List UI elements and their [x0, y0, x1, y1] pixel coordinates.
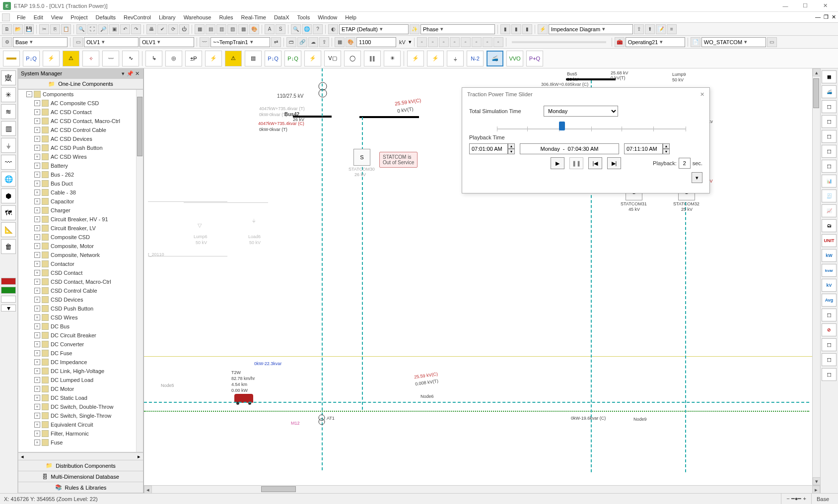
- diagram-combo[interactable]: Impedance Diagram▾: [549, 24, 633, 34]
- preset1-icon[interactable]: ▭: [73, 37, 83, 47]
- hscroll-thumb[interactable]: [261, 486, 296, 492]
- table-icon[interactable]: ▦: [195, 24, 205, 34]
- mode-combo[interactable]: Phase▾: [420, 24, 495, 34]
- minimize-button[interactable]: —: [775, 0, 795, 11]
- rtool-4-icon[interactable]: ⬚: [822, 145, 837, 158]
- menu-window[interactable]: Window: [314, 13, 341, 21]
- warning2-icon[interactable]: ⚠: [225, 51, 242, 66]
- paste-icon[interactable]: 📋: [61, 24, 71, 34]
- circle-icon[interactable]: ◯: [344, 51, 361, 66]
- curve-icon[interactable]: ↳: [145, 51, 162, 66]
- end-time-value[interactable]: [624, 143, 663, 154]
- start-time-down-icon[interactable]: ▼: [508, 149, 515, 154]
- redo-icon[interactable]: ↷: [131, 24, 141, 34]
- tree-item[interactable]: +AC CSD Contact: [34, 108, 143, 117]
- tree-item[interactable]: +Composite, Motor: [34, 242, 143, 251]
- tree-item[interactable]: +CSD Wires: [34, 313, 143, 322]
- palette1-icon[interactable]: ▮: [500, 24, 510, 34]
- preset1-combo[interactable]: OLV1▾: [84, 37, 139, 47]
- tree-item[interactable]: +Circuit Breaker, LV: [34, 224, 143, 233]
- time-slider-track[interactable]: [497, 120, 686, 131]
- tool-globe-icon[interactable]: 🌐: [1, 172, 16, 187]
- grid3-icon[interactable]: ▦: [335, 37, 345, 47]
- ground-icon[interactable]: ⏚: [447, 51, 464, 66]
- menu-edit[interactable]: Edit: [30, 13, 47, 21]
- new-icon[interactable]: 🗎: [2, 24, 12, 34]
- tree-scrollbar-thumb[interactable]: [137, 97, 142, 156]
- menu-file[interactable]: File: [13, 13, 30, 21]
- undo-icon[interactable]: ↶: [120, 24, 130, 34]
- palette2-icon[interactable]: ▮: [511, 24, 521, 34]
- bolt-icon[interactable]: ⚡: [304, 51, 321, 66]
- layers-icon[interactable]: ≡: [667, 24, 677, 34]
- tree-root[interactable]: −Components: [26, 90, 143, 99]
- cloud-icon[interactable]: ☁: [308, 37, 318, 47]
- menu-defaults[interactable]: Defaults: [92, 13, 120, 21]
- breaker-icon[interactable]: ⟡: [82, 51, 99, 66]
- vscroll-up-icon[interactable]: ▴: [813, 68, 820, 76]
- tree-item[interactable]: +DC Converter: [34, 340, 143, 349]
- wave2-icon[interactable]: ∿: [122, 51, 139, 66]
- loadflow-icon[interactable]: P↓Q: [23, 51, 40, 66]
- color-icon[interactable]: 🎨: [249, 24, 259, 34]
- tree-item[interactable]: +DC Motor: [34, 384, 143, 393]
- rtool-5-icon[interactable]: ⬚: [822, 160, 837, 173]
- gray-dots-icon[interactable]: [1, 296, 16, 303]
- start-time-up-icon[interactable]: ▲: [508, 143, 515, 149]
- print-icon[interactable]: 🖶: [146, 24, 156, 34]
- unit-toggle[interactable]: UNIT: [822, 234, 837, 247]
- section-mddb[interactable]: 🗄Multi-Dimensional Database: [18, 471, 143, 482]
- c8-icon[interactable]: ▫: [493, 37, 503, 47]
- tree-item[interactable]: +AC CSD Push Button: [34, 143, 143, 152]
- rtool-8-icon[interactable]: ⬚: [822, 309, 837, 321]
- tree-item[interactable]: +Equivalent Circuit: [34, 420, 143, 429]
- grid-icon[interactable]: ▤: [206, 24, 215, 34]
- preset2-combo[interactable]: OLV1▾: [140, 37, 194, 47]
- rtool-10-icon[interactable]: ⬚: [822, 353, 837, 366]
- tree-item[interactable]: +CSD Control Cable: [34, 286, 143, 295]
- pause-button[interactable]: ❚❚: [569, 157, 583, 169]
- tree-item[interactable]: +Cable - 38: [34, 188, 143, 197]
- theme2-icon[interactable]: 🎨: [346, 37, 355, 47]
- menu-help[interactable]: Help: [341, 13, 360, 21]
- hscroll-right-icon[interactable]: ▸: [812, 486, 820, 493]
- zoom-in-icon[interactable]: 🔍: [76, 24, 86, 34]
- menu-library[interactable]: Library: [155, 13, 180, 21]
- menu-realtime[interactable]: Real-Time: [237, 13, 270, 21]
- tree-item[interactable]: +AC CSD Devices: [34, 134, 143, 143]
- time-slider-titlebar[interactable]: Traction Power Time Slider ✕: [462, 88, 709, 101]
- tree-item[interactable]: +Composite, Network: [34, 251, 143, 259]
- menu-rules[interactable]: Rules: [215, 13, 237, 21]
- tool-ruler-icon[interactable]: 📐: [1, 222, 16, 237]
- mdi-minimize-icon[interactable]: —: [815, 14, 821, 20]
- section-distribution[interactable]: 📁Distribution Components: [18, 460, 143, 471]
- c1-icon[interactable]: ▫: [417, 37, 427, 47]
- tool-star-icon[interactable]: ✳: [1, 87, 16, 102]
- menu-revcontrol[interactable]: RevControl: [120, 13, 155, 21]
- base-combo[interactable]: Base▾: [13, 37, 68, 47]
- export2-icon[interactable]: ⬆: [645, 24, 655, 34]
- rtool-2-icon[interactable]: ⬚: [822, 115, 837, 128]
- zoom-out-icon[interactable]: 🔎: [98, 24, 108, 34]
- tree-item[interactable]: +Circuit Breaker, HV - 91: [34, 215, 143, 224]
- tool-3d-icon[interactable]: ⬢: [1, 189, 16, 203]
- train-mode-icon[interactable]: 🚄: [487, 51, 503, 66]
- zoom-fit-icon[interactable]: ▣: [109, 24, 119, 34]
- tool-panel-icon[interactable]: ▥: [1, 121, 16, 136]
- tree-item[interactable]: +DC Static Load: [34, 393, 143, 402]
- wand-icon[interactable]: ✨: [410, 24, 419, 34]
- canvas-hscroll[interactable]: ◂ ▸: [144, 485, 820, 493]
- graph-icon[interactable]: ▨: [227, 24, 237, 34]
- kvar-toggle[interactable]: kvar: [822, 264, 837, 277]
- section-oneline[interactable]: 📁 One-Line Components: [18, 78, 143, 89]
- start-time-input[interactable]: ▲▼: [469, 143, 515, 154]
- c6-icon[interactable]: ▫: [472, 37, 482, 47]
- tree-item[interactable]: +Capacitor: [34, 197, 143, 206]
- tree-item[interactable]: +Composite CSD: [34, 233, 143, 242]
- fault2-icon[interactable]: ⚡: [407, 51, 424, 66]
- wo-open-icon[interactable]: ▭: [767, 37, 777, 47]
- c3-icon[interactable]: ▫: [439, 37, 449, 47]
- tree-item[interactable]: +CSD Push Button: [34, 304, 143, 313]
- rtool-9-icon[interactable]: ⬚: [822, 338, 837, 351]
- tree-item[interactable]: +Filter, Harmonic: [34, 429, 143, 438]
